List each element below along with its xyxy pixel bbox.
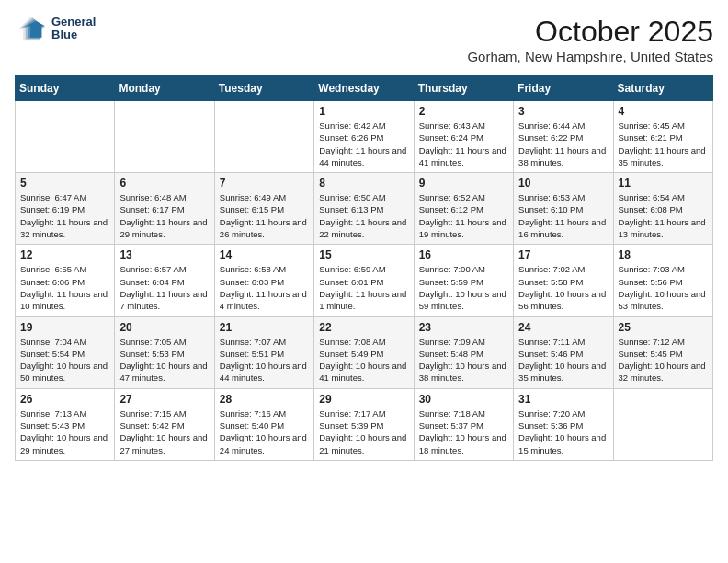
day-info: Sunrise: 6:53 AM Sunset: 6:10 PM Dayligh…: [518, 191, 608, 240]
calendar-cell: 3Sunrise: 6:44 AM Sunset: 6:22 PM Daylig…: [514, 101, 613, 173]
calendar-week-2: 5Sunrise: 6:47 AM Sunset: 6:19 PM Daylig…: [16, 173, 713, 245]
day-info: Sunrise: 7:07 AM Sunset: 5:51 PM Dayligh…: [220, 336, 309, 385]
day-info: Sunrise: 7:15 AM Sunset: 5:42 PM Dayligh…: [119, 408, 209, 456]
day-info: Sunrise: 7:17 AM Sunset: 5:39 PM Dayligh…: [319, 408, 408, 456]
calendar-cell: 4Sunrise: 6:45 AM Sunset: 6:21 PM Daylig…: [613, 101, 712, 173]
calendar-cell: 18Sunrise: 7:03 AM Sunset: 5:56 PM Dayli…: [613, 245, 712, 316]
calendar-cell: 30Sunrise: 7:18 AM Sunset: 5:37 PM Dayli…: [414, 388, 513, 460]
day-info: Sunrise: 6:57 AM Sunset: 6:04 PM Dayligh…: [119, 263, 209, 312]
day-number: 7: [220, 177, 309, 190]
day-info: Sunrise: 6:47 AM Sunset: 6:19 PM Dayligh…: [20, 191, 109, 240]
calendar-cell: 23Sunrise: 7:09 AM Sunset: 5:48 PM Dayli…: [414, 316, 513, 388]
day-info: Sunrise: 7:20 AM Sunset: 5:36 PM Dayligh…: [518, 408, 608, 456]
day-number: 31: [518, 393, 608, 406]
day-number: 19: [20, 321, 109, 334]
calendar-week-4: 19Sunrise: 7:04 AM Sunset: 5:54 PM Dayli…: [16, 316, 713, 388]
calendar-cell: 16Sunrise: 7:00 AM Sunset: 5:59 PM Dayli…: [414, 245, 513, 316]
day-info: Sunrise: 6:43 AM Sunset: 6:24 PM Dayligh…: [419, 120, 508, 168]
logo-text: General Blue: [51, 16, 96, 42]
day-number: 29: [319, 393, 408, 406]
day-number: 3: [518, 105, 608, 118]
calendar-cell: 15Sunrise: 6:59 AM Sunset: 6:01 PM Dayli…: [314, 245, 414, 316]
day-info: Sunrise: 6:54 AM Sunset: 6:08 PM Dayligh…: [619, 191, 708, 240]
day-info: Sunrise: 6:42 AM Sunset: 6:26 PM Dayligh…: [319, 120, 408, 168]
calendar-cell: 13Sunrise: 6:57 AM Sunset: 6:04 PM Dayli…: [115, 245, 214, 316]
day-number: 15: [319, 248, 408, 261]
logo-line1: General: [51, 16, 96, 29]
calendar-cell: 22Sunrise: 7:08 AM Sunset: 5:49 PM Dayli…: [314, 316, 414, 388]
day-info: Sunrise: 6:58 AM Sunset: 6:03 PM Dayligh…: [220, 263, 309, 312]
day-info: Sunrise: 7:12 AM Sunset: 5:45 PM Dayligh…: [619, 336, 708, 385]
logo-line2: Blue: [51, 29, 96, 41]
calendar-cell: 25Sunrise: 7:12 AM Sunset: 5:45 PM Dayli…: [613, 316, 712, 388]
day-number: 25: [619, 321, 708, 334]
day-number: 2: [419, 105, 508, 118]
day-number: 13: [119, 248, 209, 261]
day-number: 28: [220, 393, 309, 406]
calendar-week-5: 26Sunrise: 7:13 AM Sunset: 5:43 PM Dayli…: [16, 388, 713, 460]
day-info: Sunrise: 7:18 AM Sunset: 5:37 PM Dayligh…: [419, 408, 508, 456]
calendar-cell: 9Sunrise: 6:52 AM Sunset: 6:12 PM Daylig…: [414, 173, 513, 245]
weekday-header-wednesday: Wednesday: [314, 76, 414, 101]
calendar-header: SundayMondayTuesdayWednesdayThursdayFrid…: [16, 76, 713, 101]
calendar-cell: [115, 101, 214, 173]
calendar-cell: 26Sunrise: 7:13 AM Sunset: 5:43 PM Dayli…: [16, 388, 115, 460]
calendar-cell: 11Sunrise: 6:54 AM Sunset: 6:08 PM Dayli…: [613, 173, 712, 245]
weekday-header-saturday: Saturday: [613, 76, 712, 101]
page-header: General Blue October 2025 Gorham, New Ha…: [15, 15, 713, 64]
calendar-week-3: 12Sunrise: 6:55 AM Sunset: 6:06 PM Dayli…: [16, 245, 713, 316]
day-number: 6: [119, 177, 209, 190]
day-info: Sunrise: 6:44 AM Sunset: 6:22 PM Dayligh…: [518, 120, 608, 168]
calendar-cell: 31Sunrise: 7:20 AM Sunset: 5:36 PM Dayli…: [514, 388, 613, 460]
day-info: Sunrise: 7:00 AM Sunset: 5:59 PM Dayligh…: [419, 263, 508, 312]
calendar-cell: 12Sunrise: 6:55 AM Sunset: 6:06 PM Dayli…: [16, 245, 115, 316]
title-block: October 2025 Gorham, New Hampshire, Unit…: [467, 15, 713, 64]
calendar-cell: 14Sunrise: 6:58 AM Sunset: 6:03 PM Dayli…: [214, 245, 313, 316]
logo: General Blue: [15, 15, 96, 42]
day-number: 26: [20, 393, 109, 406]
day-number: 22: [319, 321, 408, 334]
calendar-cell: 1Sunrise: 6:42 AM Sunset: 6:26 PM Daylig…: [314, 101, 414, 173]
day-info: Sunrise: 6:55 AM Sunset: 6:06 PM Dayligh…: [20, 263, 109, 312]
calendar-cell: [613, 388, 712, 460]
day-number: 21: [220, 321, 309, 334]
calendar-week-1: 1Sunrise: 6:42 AM Sunset: 6:26 PM Daylig…: [16, 101, 713, 173]
day-info: Sunrise: 7:11 AM Sunset: 5:46 PM Dayligh…: [518, 336, 608, 385]
calendar-table: SundayMondayTuesdayWednesdayThursdayFrid…: [15, 75, 713, 461]
day-info: Sunrise: 7:05 AM Sunset: 5:53 PM Dayligh…: [119, 336, 209, 385]
calendar-cell: 19Sunrise: 7:04 AM Sunset: 5:54 PM Dayli…: [16, 316, 115, 388]
calendar-cell: 6Sunrise: 6:48 AM Sunset: 6:17 PM Daylig…: [115, 173, 214, 245]
day-number: 8: [319, 177, 408, 190]
day-number: 18: [619, 248, 708, 261]
calendar-cell: 17Sunrise: 7:02 AM Sunset: 5:58 PM Dayli…: [514, 245, 613, 316]
day-info: Sunrise: 7:08 AM Sunset: 5:49 PM Dayligh…: [319, 336, 408, 385]
calendar-body: 1Sunrise: 6:42 AM Sunset: 6:26 PM Daylig…: [16, 101, 713, 461]
calendar-cell: 10Sunrise: 6:53 AM Sunset: 6:10 PM Dayli…: [514, 173, 613, 245]
calendar-cell: 2Sunrise: 6:43 AM Sunset: 6:24 PM Daylig…: [414, 101, 513, 173]
month-title: October 2025: [467, 15, 713, 49]
day-number: 9: [419, 177, 508, 190]
weekday-header-tuesday: Tuesday: [214, 76, 313, 101]
day-info: Sunrise: 7:04 AM Sunset: 5:54 PM Dayligh…: [20, 336, 109, 385]
day-info: Sunrise: 7:16 AM Sunset: 5:40 PM Dayligh…: [220, 408, 309, 456]
calendar-cell: 21Sunrise: 7:07 AM Sunset: 5:51 PM Dayli…: [214, 316, 313, 388]
day-info: Sunrise: 6:59 AM Sunset: 6:01 PM Dayligh…: [319, 263, 408, 312]
day-info: Sunrise: 7:02 AM Sunset: 5:58 PM Dayligh…: [518, 263, 608, 312]
day-number: 30: [419, 393, 508, 406]
weekday-header-thursday: Thursday: [414, 76, 513, 101]
calendar-cell: 5Sunrise: 6:47 AM Sunset: 6:19 PM Daylig…: [16, 173, 115, 245]
day-number: 16: [419, 248, 508, 261]
location-title: Gorham, New Hampshire, United States: [467, 49, 713, 64]
day-number: 1: [319, 105, 408, 118]
calendar-cell: [214, 101, 313, 173]
weekday-header-friday: Friday: [514, 76, 613, 101]
weekday-header-monday: Monday: [115, 76, 214, 101]
day-info: Sunrise: 6:52 AM Sunset: 6:12 PM Dayligh…: [419, 191, 508, 240]
day-info: Sunrise: 7:09 AM Sunset: 5:48 PM Dayligh…: [419, 336, 508, 385]
day-info: Sunrise: 6:45 AM Sunset: 6:21 PM Dayligh…: [619, 120, 708, 168]
calendar-cell: 20Sunrise: 7:05 AM Sunset: 5:53 PM Dayli…: [115, 316, 214, 388]
calendar-cell: 29Sunrise: 7:17 AM Sunset: 5:39 PM Dayli…: [314, 388, 414, 460]
day-number: 20: [119, 321, 209, 334]
day-number: 11: [619, 177, 708, 190]
day-number: 27: [119, 393, 209, 406]
